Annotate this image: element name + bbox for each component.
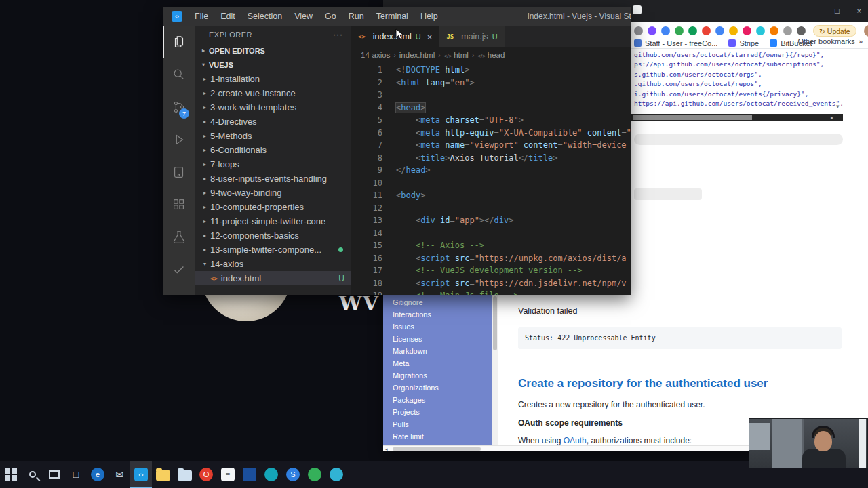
- taskbar-start-button[interactable]: [0, 461, 22, 488]
- code-line[interactable]: 1<!DOCTYPE html>: [351, 64, 631, 77]
- close-icon[interactable]: ×: [427, 32, 433, 42]
- breadcrumb-item-head[interactable]: </>head: [477, 51, 505, 59]
- menu-selection[interactable]: Selection: [241, 12, 288, 21]
- scrollbar-thumb[interactable]: [493, 296, 497, 350]
- docs-menu-item-gitignore[interactable]: Gitignore: [383, 296, 492, 308]
- ext-icon-4[interactable]: [675, 26, 684, 35]
- code-line[interactable]: 18 <script src="https://cdn.jsdelivr.net…: [351, 277, 631, 290]
- folder-14-axios[interactable]: ▾14-axios: [195, 257, 351, 271]
- taskbar-documents-folder[interactable]: [174, 461, 195, 488]
- profile-avatar[interactable]: [864, 25, 868, 37]
- breadcrumb-item-html[interactable]: </>html: [444, 51, 469, 59]
- taskbar-task-view-button[interactable]: [43, 461, 65, 488]
- scroll-left-icon[interactable]: ◂: [385, 446, 388, 452]
- ext-icon-7[interactable]: [715, 26, 724, 35]
- run-debug-icon[interactable]: [163, 123, 195, 156]
- oauth-link[interactable]: OAuth: [564, 436, 587, 445]
- menu-edit[interactable]: Edit: [214, 12, 241, 21]
- scrollbar-thumb[interactable]: [633, 115, 752, 120]
- folder-1-installation[interactable]: ▸1-installation: [195, 72, 351, 86]
- taskbar-app-icon-2[interactable]: O: [195, 461, 217, 488]
- code-line[interactable]: 19 <!-- Main Js file -->: [351, 289, 631, 295]
- browser-tab-favicon[interactable]: [633, 5, 642, 14]
- ext-icon-2[interactable]: [648, 26, 656, 35]
- code-line[interactable]: 17 <!-- VueJS development version -->: [351, 264, 631, 277]
- remote-explorer-icon[interactable]: [163, 156, 195, 188]
- code-line[interactable]: 5 <meta charset="UTF-8">: [351, 114, 631, 127]
- docs-menu-item-licenses[interactable]: Licenses: [383, 333, 492, 345]
- docs-menu-item-markdown[interactable]: Markdown: [383, 345, 492, 357]
- ext-icon-5[interactable]: [688, 26, 697, 35]
- taskbar-file-explorer[interactable]: [152, 461, 174, 488]
- extensions-icon[interactable]: [163, 188, 195, 221]
- taskbar-edge-browser[interactable]: e: [87, 461, 108, 488]
- ext-icon-8[interactable]: [729, 26, 738, 35]
- explorer-icon[interactable]: [163, 26, 195, 58]
- update-button[interactable]: ↻Update: [813, 25, 856, 37]
- open-editors-section[interactable]: ▸ OPEN EDITORS: [195, 43, 351, 58]
- menu-terminal[interactable]: Terminal: [370, 12, 414, 21]
- folder-8-user-inputs-events-handling[interactable]: ▸8-user-inputs-events-handling: [195, 171, 351, 186]
- docs-menu-item-projects[interactable]: Projects: [383, 406, 492, 418]
- code-line[interactable]: 14: [351, 227, 631, 240]
- ext-icon-3[interactable]: [661, 26, 670, 35]
- taskbar-mail-app[interactable]: ✉: [108, 461, 130, 488]
- code-line[interactable]: 3: [351, 89, 631, 102]
- folder-4-Directives[interactable]: ▸4-Directives: [195, 115, 351, 129]
- check-icon[interactable]: [163, 253, 195, 286]
- ext-icon-9[interactable]: [743, 26, 751, 35]
- folder-11-project-simple-twitter-cone[interactable]: ▸11-project-simple-twitter-cone: [195, 214, 351, 228]
- bookmark-Staff - User - freeCo...[interactable]: Staff - User - freeCo...: [634, 39, 717, 47]
- bookmark-Stripe[interactable]: Stripe: [728, 39, 759, 47]
- taskbar-app-icon-7[interactable]: [304, 461, 326, 488]
- taskbar-app-icon-4[interactable]: [239, 461, 260, 488]
- docs-menu-item-interactions[interactable]: Interactions: [383, 308, 492, 321]
- folder-6-Conditionals[interactable]: ▸6-Conditionals: [195, 143, 351, 157]
- maximize-icon[interactable]: □: [835, 7, 840, 15]
- taskbar-app-icon-6[interactable]: S: [282, 461, 304, 488]
- tab-main.js[interactable]: JSmain.jsU: [439, 26, 505, 47]
- docs-menu-item-meta[interactable]: Meta: [383, 357, 492, 369]
- code-line[interactable]: 10: [351, 177, 631, 190]
- ext-icon-11[interactable]: [770, 26, 778, 35]
- taskbar-app-icon-1[interactable]: □: [65, 461, 87, 488]
- code-line[interactable]: 16 <script src="https://unpkg.com/axios/…: [351, 252, 631, 265]
- menu-help[interactable]: Help: [414, 12, 444, 21]
- folder-13-simple-twitter-compone...[interactable]: ▸13-simple-twitter-compone...: [195, 243, 351, 257]
- code-line[interactable]: 2<html lang="en">: [351, 77, 631, 89]
- project-section[interactable]: ▾ VUEJS: [195, 58, 351, 72]
- menu-file[interactable]: File: [189, 12, 214, 21]
- code-line[interactable]: 9</head>: [351, 164, 631, 177]
- folder-2-create-vue-instance[interactable]: ▸2-create-vue-instance: [195, 86, 351, 100]
- docs-menu-item-issues[interactable]: Issues: [383, 321, 492, 333]
- json-horizontal-scrollbar[interactable]: ▸: [631, 114, 843, 121]
- ext-icon-10[interactable]: [756, 26, 765, 35]
- breadcrumb-item-14-axios[interactable]: 14-axios: [361, 51, 390, 59]
- docs-menu-scrollbar[interactable]: [492, 294, 498, 445]
- scroll-right-icon[interactable]: ▸: [831, 115, 833, 121]
- taskbar-app-icon-3[interactable]: ≡: [217, 461, 239, 488]
- menu-view[interactable]: View: [288, 12, 319, 21]
- more-actions-icon[interactable]: ···: [333, 30, 343, 39]
- taskbar-app-icon-5[interactable]: [260, 461, 282, 488]
- breadcrumb-item-index.html[interactable]: index.html: [399, 51, 435, 59]
- taskbar-app-icon-8[interactable]: [326, 461, 347, 488]
- code-line[interactable]: 6 <meta http-equiv="X-UA-Compatible" con…: [351, 127, 631, 140]
- folder-7-loops[interactable]: ▸7-loops: [195, 157, 351, 171]
- ext-icon-13[interactable]: [797, 26, 806, 35]
- code-line[interactable]: 4<head>: [351, 102, 631, 115]
- docs-menu-item-packages[interactable]: Packages: [383, 394, 492, 406]
- folder-3-work-with-templates[interactable]: ▸3-work-with-templates: [195, 100, 351, 115]
- code-line[interactable]: 7 <meta name="viewport" content="width=d…: [351, 139, 631, 152]
- ext-icon-12[interactable]: [783, 26, 792, 35]
- code-line[interactable]: 15 <!-- Axios -->: [351, 239, 631, 252]
- taskbar-search-button[interactable]: [22, 461, 43, 488]
- code-line[interactable]: 12: [351, 202, 631, 215]
- file-index.html[interactable]: <>index.htmlU: [195, 271, 351, 285]
- source-control-icon[interactable]: 7: [163, 91, 195, 123]
- minimize-icon[interactable]: —: [810, 7, 817, 15]
- code-editor[interactable]: 1<!DOCTYPE html>2<html lang="en">34<head…: [351, 62, 631, 295]
- scrollbar-thumb[interactable]: [393, 447, 481, 451]
- menu-go[interactable]: Go: [319, 12, 342, 21]
- other-bookmarks[interactable]: Other bookmarks»: [798, 37, 863, 45]
